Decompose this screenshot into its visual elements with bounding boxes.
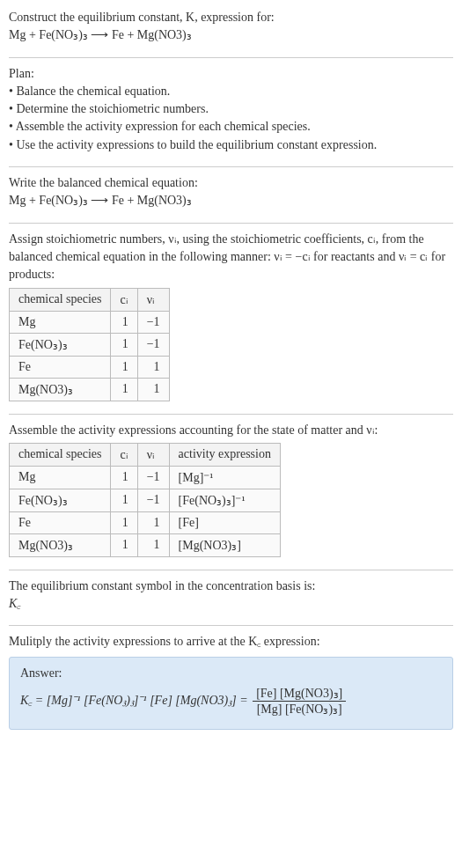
divider [9,414,453,415]
table-row: Mg(NO3)₃ 1 1 [10,378,170,401]
col-ci: cᵢ [111,443,137,466]
table-header-row: chemical species cᵢ νᵢ [10,288,170,311]
answer-box: Answer: K꜀ = [Mg]⁻¹ [Fe(NO₃)₃]⁻¹ [Fe] [M… [9,657,453,730]
answer-frac-num: [Fe] [Mg(NO3)₃] [253,686,346,701]
divider [9,166,453,167]
plan-title: Plan: [9,65,453,83]
cell-vi: 1 [137,356,169,378]
col-species: chemical species [10,288,111,311]
cell-species: Mg(NO3)₃ [10,378,111,401]
plan-item: • Use the activity expressions to build … [9,136,453,154]
multiply-section: Mulitply the activity expressions to arr… [9,629,453,738]
table-row: Fe(NO₃)₃ 1 −1 [10,333,170,356]
cell-species: Mg [10,311,111,333]
multiply-text: Mulitply the activity expressions to arr… [9,633,453,651]
activity-section: Assemble the activity expressions accoun… [9,418,453,566]
activity-intro: Assemble the activity expressions accoun… [9,422,453,439]
prompt-line: Construct the equilibrium constant, K, e… [9,9,453,26]
table-row: Fe 1 1 [10,356,170,378]
table-header-row: chemical species cᵢ νᵢ activity expressi… [10,443,281,466]
col-ci: cᵢ [111,288,137,311]
cell-species: Mg(NO3)₃ [10,533,111,556]
cell-expr: [Mg(NO3)₃] [169,533,280,556]
cell-species: Fe [10,511,111,533]
divider [9,625,453,626]
cell-ci: 1 [111,466,137,489]
stoich-table: chemical species cᵢ νᵢ Mg 1 −1 Fe(NO₃)₃ … [9,288,170,401]
plan-item: • Assemble the activity expression for e… [9,118,453,136]
cell-ci: 1 [111,511,137,533]
table-row: Mg 1 −1 [10,311,170,333]
symbol-section: The equilibrium constant symbol in the c… [9,574,453,622]
plan-item: • Balance the chemical equation. [9,83,453,100]
plan-item: • Determine the stoichiometric numbers. [9,100,453,118]
col-species: chemical species [10,443,111,466]
cell-vi: −1 [137,489,169,511]
cell-species: Fe(NO₃)₃ [10,489,111,511]
answer-fraction: [Fe] [Mg(NO3)₃] [Mg] [Fe(NO₃)₃] [253,686,346,717]
cell-vi: 1 [137,533,169,556]
stoich-intro: Assign stoichiometric numbers, νᵢ, using… [9,231,453,284]
divider [9,223,453,224]
prompt-reaction: Mg + Fe(NO₃)₃ ⟶ Fe + Mg(NO3)₃ [9,26,453,44]
cell-ci: 1 [111,333,137,356]
cell-expr: [Mg]⁻¹ [169,466,280,489]
cell-ci: 1 [111,489,137,511]
stoich-section: Assign stoichiometric numbers, νᵢ, using… [9,227,453,410]
table-row: Fe 1 1 [Fe] [10,511,281,533]
activity-table: chemical species cᵢ νᵢ activity expressi… [9,443,281,557]
table-row: Mg 1 −1 [Mg]⁻¹ [10,466,281,489]
answer-equation: K꜀ = [Mg]⁻¹ [Fe(NO₃)₃]⁻¹ [Fe] [Mg(NO3)₃]… [20,686,442,717]
plan-section: Plan: • Balance the chemical equation. •… [9,62,453,163]
divider [9,57,453,58]
prompt-section: Construct the equilibrium constant, K, e… [9,5,453,54]
cell-vi: −1 [137,311,169,333]
divider [9,570,453,570]
table-row: Fe(NO₃)₃ 1 −1 [Fe(NO₃)₃]⁻¹ [10,489,281,511]
cell-species: Mg [10,466,111,489]
table-row: Mg(NO3)₃ 1 1 [Mg(NO3)₃] [10,533,281,556]
answer-frac-den: [Mg] [Fe(NO₃)₃] [253,701,346,717]
balanced-title: Write the balanced chemical equation: [9,174,453,192]
cell-ci: 1 [111,356,137,378]
answer-lhs: K꜀ = [Mg]⁻¹ [Fe(NO₃)₃]⁻¹ [Fe] [Mg(NO3)₃]… [20,693,251,706]
col-vi: νᵢ [137,443,169,466]
cell-vi: −1 [137,333,169,356]
col-vi: νᵢ [137,288,169,311]
cell-expr: [Fe(NO₃)₃]⁻¹ [169,489,280,511]
col-expr: activity expression [169,443,280,466]
cell-ci: 1 [111,533,137,556]
balanced-section: Write the balanced chemical equation: Mg… [9,171,453,219]
answer-label: Answer: [20,666,442,680]
cell-vi: −1 [137,466,169,489]
cell-ci: 1 [111,311,137,333]
balanced-reaction: Mg + Fe(NO₃)₃ ⟶ Fe + Mg(NO3)₃ [9,192,453,210]
cell-species: Fe(NO₃)₃ [10,333,111,356]
cell-species: Fe [10,356,111,378]
cell-expr: [Fe] [169,511,280,533]
cell-vi: 1 [137,378,169,401]
symbol-line1: The equilibrium constant symbol in the c… [9,577,453,595]
symbol-line2: K꜀ [9,595,453,613]
cell-ci: 1 [111,378,137,401]
cell-vi: 1 [137,511,169,533]
